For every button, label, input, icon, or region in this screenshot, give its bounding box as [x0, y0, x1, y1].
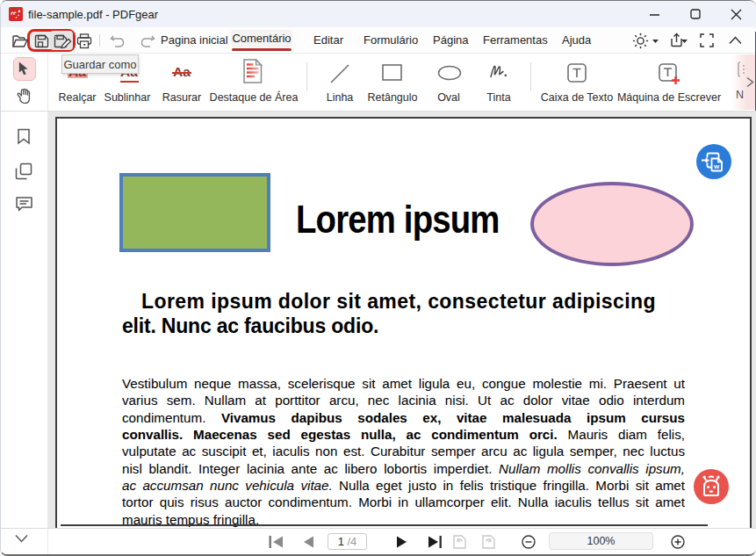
- svg-text:w: w: [713, 162, 720, 170]
